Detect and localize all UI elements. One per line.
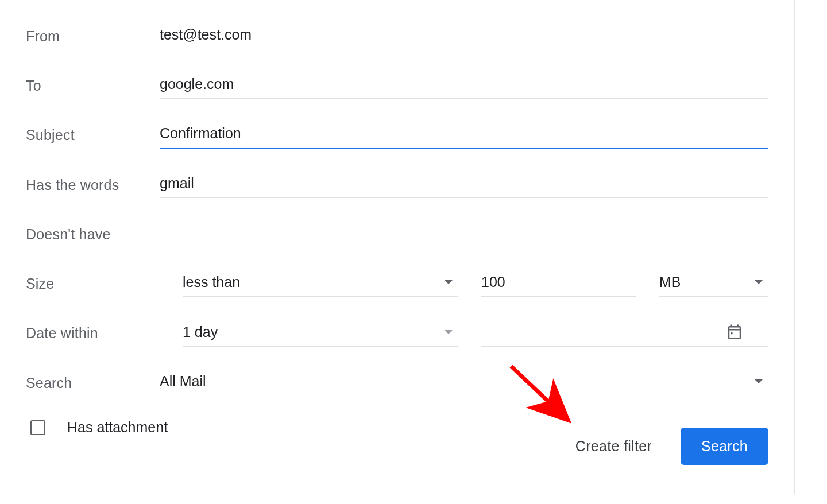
size-operator-select[interactable]: less than [183,270,458,297]
has-words-label: Has the words [26,177,160,193]
doesnt-have-input[interactable] [160,221,768,247]
has-attachment-label: Has attachment [67,419,168,436]
size-amount-input[interactable] [481,270,636,297]
date-within-row: Date within 1 day [26,320,768,347]
subject-row: Subject [26,122,768,149]
to-input[interactable] [160,72,768,99]
has-attachment-checkbox[interactable] [30,420,45,435]
search-button[interactable]: Search [681,428,768,465]
to-label: To [26,77,160,94]
create-filter-button[interactable]: Create filter [575,438,652,455]
from-label: From [26,28,160,45]
to-input-wrap [160,72,768,99]
subject-input[interactable] [160,122,768,149]
from-input[interactable] [160,23,768,49]
size-row: Size less than MB [26,270,768,297]
date-range-select[interactable]: 1 day [183,320,458,347]
size-unit-select[interactable]: MB [659,270,768,297]
actions-row: Create filter Search [575,428,768,465]
subject-input-wrap [160,122,768,149]
doesnt-have-input-wrap [160,221,768,247]
size-unit-value: MB [659,274,681,290]
doesnt-have-label: Doesn't have [26,226,160,243]
chevron-down-icon [755,280,763,284]
subject-label: Subject [26,127,160,144]
search-scope-label: Search [26,375,160,391]
has-words-row: Has the words [26,172,768,198]
from-row: From [26,23,768,49]
svg-point-0 [731,332,733,335]
search-scope-row: Search All Mail [26,370,768,396]
has-words-input[interactable] [160,172,768,198]
search-filter-panel: From To Subject Has the words Doesn't ha… [0,0,795,494]
size-operator-value: less than [183,274,240,290]
date-within-label: Date within [26,325,160,342]
chevron-down-icon [445,330,453,334]
from-input-wrap [160,23,768,49]
date-range-value: 1 day [183,324,218,340]
chevron-down-icon [755,379,763,383]
chevron-down-icon [445,280,453,284]
size-label: Size [26,276,160,292]
to-row: To [26,72,768,99]
search-scope-value: All Mail [160,373,206,390]
calendar-icon [726,323,743,340]
doesnt-have-row: Doesn't have [26,221,768,247]
search-scope-select[interactable]: All Mail [160,370,768,396]
date-picker-input[interactable] [481,320,768,347]
has-words-input-wrap [160,172,768,198]
